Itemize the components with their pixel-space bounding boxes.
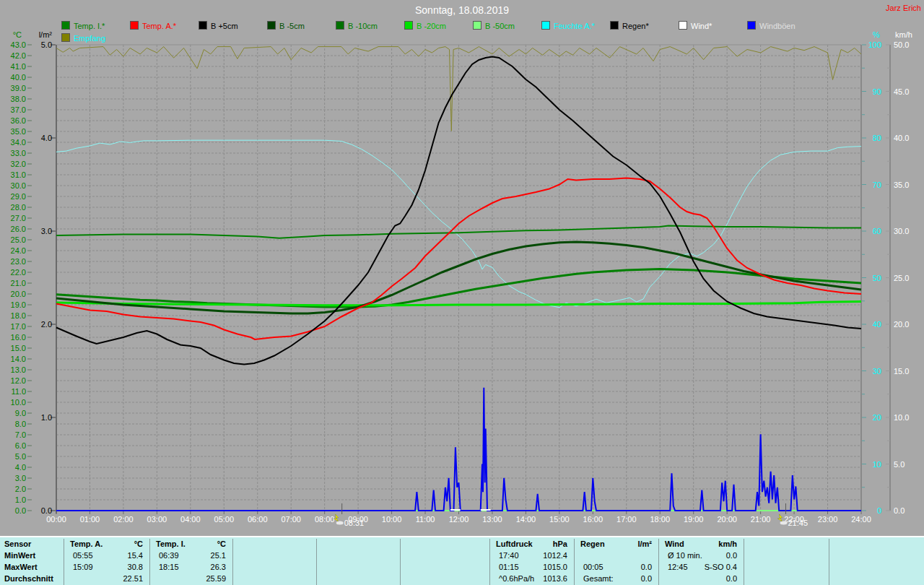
time-axis-label: 11:00	[416, 515, 435, 524]
temp-axis-label: 24.0	[11, 246, 26, 255]
stats-cell-time: 06:39	[159, 551, 179, 560]
table-separator	[744, 539, 744, 585]
kmh-axis-label: 0.0	[894, 506, 905, 515]
temp-axis-label: 43.0	[11, 40, 26, 49]
temp-axis-label: 5.0	[15, 452, 26, 461]
stats-col-unit: °C	[134, 540, 143, 548]
temp-axis-label: 17.0	[11, 322, 26, 331]
time-axis-label: 07:00	[281, 515, 301, 524]
kmh-axis-label: 45.0	[894, 87, 909, 96]
table-separator	[400, 539, 401, 585]
stats-cell-value: 26.3	[211, 563, 226, 571]
temp-axis-label: 18.0	[11, 311, 26, 320]
stats-col-name: Wind	[665, 540, 684, 548]
lm2-axis-label: 5.0	[41, 40, 52, 49]
time-axis-label: 20:00	[717, 515, 737, 524]
stats-cell-value: 1015.0	[543, 563, 567, 571]
temp-axis-label: 32.0	[11, 160, 26, 168]
kmh-axis-label: 25.0	[894, 274, 909, 282]
time-axis-label: 14:00	[516, 515, 536, 524]
time-axis-label: 12:00	[449, 515, 469, 524]
temp-axis-label: 7.0	[15, 430, 26, 439]
temp-axis-label: 29.0	[11, 192, 26, 201]
pct-axis-label: 70	[873, 181, 881, 189]
pct-axis-label: 0	[877, 506, 881, 515]
stats-table: SensorMinWertMaxWertDurchschnittTemp. A.…	[0, 536, 924, 585]
marker-time-label: 21:45	[788, 519, 808, 527]
temp-axis-label: 22.0	[11, 268, 26, 277]
table-separator	[658, 539, 659, 585]
temp-axis-label: 15.0	[11, 344, 26, 352]
temp-axis-label: 3.0	[15, 474, 26, 482]
stats-col-name: Temp. I.	[156, 540, 186, 548]
pct-axis-label: 100	[868, 40, 881, 49]
stats-cell-time: ^0.6hPa/h	[499, 574, 534, 583]
temp-axis-label: 6.0	[15, 441, 26, 450]
temp-axis-label: 40.0	[11, 73, 26, 82]
temp-unit-label: °C	[13, 30, 22, 39]
kmh-axis-label: 35.0	[894, 181, 909, 189]
temp-axis-label: 37.0	[11, 105, 26, 114]
temp-axis-label: 0.0	[15, 506, 26, 515]
temp-axis-label: 27.0	[11, 214, 26, 222]
stats-col-unit: °C	[217, 540, 226, 548]
kmh-axis-label: 20.0	[894, 320, 909, 329]
time-axis-label: 13:00	[482, 515, 502, 524]
lm2-axis-label: 0.0	[41, 506, 52, 515]
time-axis-label: 21:00	[751, 515, 771, 524]
stats-row-label: Sensor	[4, 540, 31, 548]
pct-axis-label: 60	[873, 227, 881, 235]
time-axis-label: 24:00	[851, 515, 871, 524]
stats-cell-value: 30.8	[128, 563, 143, 571]
stats-col-name: Regen	[580, 540, 605, 548]
temp-axis-label: 34.0	[11, 138, 26, 147]
stats-row-label: MaxWert	[4, 563, 38, 571]
stats-cell-time: 15:09	[73, 563, 93, 571]
stats-cell-value: 0.0	[641, 563, 652, 571]
time-axis-label: 10:00	[382, 515, 402, 524]
table-separator	[829, 539, 829, 585]
time-axis-label: 00:00	[46, 515, 66, 524]
temp-axis-label: 31.0	[11, 170, 26, 179]
temp-axis-label: 38.0	[11, 95, 26, 103]
temp-axis-label: 10.0	[11, 398, 26, 407]
temp-axis-label: 13.0	[11, 365, 26, 374]
pct-axis-label: 40	[873, 320, 881, 329]
temp-axis-label: 16.0	[11, 333, 26, 342]
temp-axis-label: 2.0	[15, 485, 26, 493]
stats-cell-value: 0.0	[726, 574, 737, 583]
kmh-axis-label: 5.0	[894, 460, 905, 469]
temp-axis-label: 36.0	[11, 116, 26, 125]
kmh-axis-label: 30.0	[894, 227, 909, 235]
stats-row-label: MinWert	[4, 551, 35, 560]
chart-canvas: 0.01.02.03.04.05.06.07.08.09.010.011.012…	[0, 0, 924, 536]
stats-col-unit: km/h	[718, 540, 737, 548]
sunrise-icon	[334, 514, 344, 525]
stats-cell-value: 1012.4	[543, 551, 567, 560]
temp-axis-label: 21.0	[11, 279, 26, 287]
weather-app-window: Sonntag, 18.08.2019 Jarz Erich Temp. I.*…	[0, 0, 924, 585]
temp-axis-label: 14.0	[11, 355, 26, 363]
stats-cell-value: 22.51	[123, 574, 143, 583]
table-separator	[316, 539, 317, 585]
stats-col-name: Temp. A.	[70, 540, 103, 548]
lm2-axis-label: 4.0	[41, 134, 52, 142]
pct-axis-label: 80	[873, 134, 881, 142]
table-separator	[574, 539, 575, 585]
table-separator	[149, 539, 150, 585]
pct-axis-label: 20	[873, 413, 881, 422]
temp-axis-label: 11.0	[11, 387, 26, 396]
stats-cell-time: Gesamt:	[583, 574, 614, 583]
stats-cell-value: S-SO 0.4	[705, 563, 737, 571]
kmh-axis-label: 40.0	[894, 134, 909, 142]
lm2-unit-label: l/m²	[39, 30, 53, 39]
time-axis-label: 08:00	[315, 515, 335, 524]
time-axis-label: 02:00	[113, 515, 134, 524]
stats-col-unit: hPa	[553, 540, 567, 548]
temp-axis-label: 42.0	[11, 51, 26, 60]
temp-axis-label: 19.0	[11, 300, 26, 309]
stats-cell-time: 18:15	[159, 563, 179, 571]
time-axis-label: 03:00	[147, 515, 167, 524]
time-axis-label: 01:00	[80, 515, 100, 524]
pct-axis-label: 90	[873, 87, 881, 96]
